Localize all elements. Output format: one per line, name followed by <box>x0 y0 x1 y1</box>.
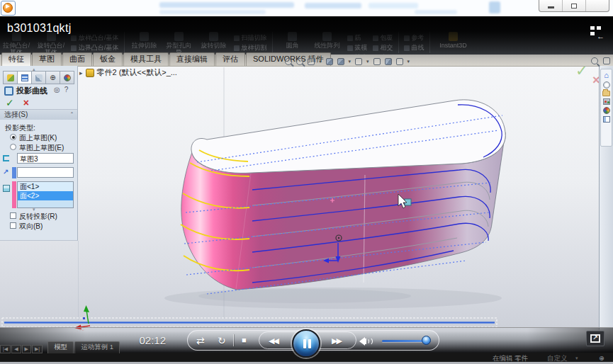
hole-wizard-icon <box>174 32 184 41</box>
previous-view-icon[interactable] <box>308 58 315 65</box>
bidirectional-label[interactable]: 双向(B) <box>19 222 43 232</box>
pin-icon[interactable]: ◎ <box>54 86 60 93</box>
view-orientation-icon[interactable] <box>337 58 344 65</box>
status-dropdown-icon[interactable]: ▾ <box>575 356 578 361</box>
graphics-viewport[interactable] <box>0 66 613 353</box>
player-layout-icon[interactable]: ← <box>590 26 607 40</box>
ribbon-button-swept-cut[interactable]: 扫描切除 <box>234 33 267 42</box>
tab-sketch[interactable]: 草图 <box>32 52 62 66</box>
cancel-button[interactable]: × <box>23 97 29 108</box>
nav-next-icon[interactable]: ▶ <box>22 345 31 353</box>
file-explorer-icon[interactable] <box>602 91 610 96</box>
ribbon-button-instant3d[interactable]: Instant3D <box>435 32 472 49</box>
task-pane-tabs: ⌂ <box>600 69 612 147</box>
ribbon-button-revolved-cut[interactable]: 旋转切除 <box>199 32 229 49</box>
tab-display-manager[interactable] <box>60 71 74 84</box>
flyout-arrow-icon[interactable]: ▸ <box>79 69 83 76</box>
direction-input[interactable] <box>17 167 74 178</box>
ribbon-button-wrap[interactable]: 包覆 <box>373 33 393 42</box>
edit-appearance-icon[interactable] <box>385 58 392 65</box>
tab-surfaces[interactable]: 曲面 <box>62 52 92 66</box>
ribbon-button-intersect[interactable]: 相交 <box>373 43 393 52</box>
bidirectional-checkbox[interactable] <box>10 222 16 229</box>
dropdown-arrow-icon[interactable]: ▾ <box>407 59 410 64</box>
ribbon-button-curves[interactable]: 曲线 <box>404 43 424 52</box>
home-icon[interactable]: ⌂ <box>604 72 609 79</box>
reverse-projection-checkbox[interactable] <box>10 212 16 219</box>
feature-tree-root[interactable]: ▸ 零件2 (默认<<默认>_... <box>79 67 177 78</box>
tab-features[interactable]: 特征 <box>1 52 31 66</box>
section-view-icon[interactable] <box>326 58 333 65</box>
dropdown-arrow-icon[interactable]: ▾ <box>349 59 352 64</box>
video-play-favicon[interactable] <box>1 1 16 16</box>
display-style-icon[interactable] <box>355 58 362 65</box>
sketch-selection-input[interactable]: 草图3 <box>17 153 74 164</box>
tab-mold-tools[interactable]: 模具工具 <box>123 52 169 66</box>
ribbon-button-reference-geometry[interactable]: 参考 <box>404 33 424 42</box>
minimize-button[interactable] <box>539 0 563 11</box>
ribbon-button-boundary-boss[interactable]: 边界凸台/基体 <box>71 43 119 52</box>
nav-prev-icon[interactable]: ◀ <box>11 345 21 353</box>
tab-motion-study[interactable]: 运动算例 1 <box>74 341 120 353</box>
view-settings-icon[interactable] <box>396 58 403 65</box>
radio-sketch-on-faces-label[interactable]: 面上草图(K) <box>19 133 57 143</box>
help-icon[interactable]: ? <box>64 86 69 93</box>
dropdown-arrow-icon[interactable]: ▾ <box>319 59 322 64</box>
fullscreen-arrow-icon: ↗ <box>592 334 598 341</box>
ribbon-button-fillet[interactable]: 圆角 <box>278 32 308 49</box>
face-list-item-selected[interactable]: 面<2> <box>18 191 73 200</box>
restore-button[interactable] <box>563 0 586 11</box>
confirm-ok-icon[interactable]: ✓ <box>575 62 588 79</box>
tab-property-manager[interactable] <box>18 71 32 84</box>
radio-sketch-on-sketch-label[interactable]: 草图上草图(E) <box>19 143 64 153</box>
dropdown-arrow-icon[interactable]: ▾ <box>366 59 369 64</box>
shuffle-button[interactable]: ⇄ <box>196 335 205 346</box>
custom-properties-icon[interactable] <box>603 116 610 123</box>
radio-sketch-on-sketch[interactable] <box>10 144 16 150</box>
reverse-projection-label[interactable]: 反转投影(R) <box>19 212 57 222</box>
tab-configuration-manager[interactable] <box>32 71 46 84</box>
volume-icon[interactable] <box>359 336 373 346</box>
nav-last-icon[interactable]: ▶| <box>32 345 43 353</box>
tab-dimxpert[interactable]: ⊕ <box>46 71 60 84</box>
fast-forward-button[interactable]: ▶▶ <box>332 336 341 346</box>
radio-sketch-on-faces[interactable] <box>10 134 16 140</box>
face-list-item[interactable]: 面<1> <box>18 182 73 191</box>
toolbox-icon[interactable] <box>603 98 610 105</box>
ribbon-button-extruded-cut[interactable]: 拉伸切除 <box>130 32 159 49</box>
search-icon[interactable] <box>591 57 598 64</box>
hide-show-items-icon[interactable] <box>373 58 381 65</box>
design-library-icon[interactable] <box>603 81 610 89</box>
tab-model[interactable]: 模型 <box>47 341 74 353</box>
stop-button[interactable]: ■ <box>242 336 247 344</box>
ribbon-button-rib[interactable]: 筋 <box>347 33 368 42</box>
appearances-icon[interactable] <box>603 107 610 114</box>
ribbon-search-icons <box>591 57 610 64</box>
back-arrow-icon: ← <box>597 33 604 40</box>
tab-sheet-metal[interactable]: 钣金 <box>93 52 123 66</box>
repeat-button[interactable]: ↻ <box>218 335 226 346</box>
nav-first-icon[interactable]: |◀ <box>0 345 11 353</box>
close-button[interactable] <box>586 0 609 11</box>
ribbon-button-linear-pattern[interactable]: 线性阵列 <box>313 32 342 49</box>
ribbon-button-lofted-boss[interactable]: 放样凸台/基体 <box>71 33 119 42</box>
collapse-icon[interactable]: ˆ <box>71 111 73 118</box>
face-selection-list[interactable]: 面<1> 面<2> <box>17 181 74 208</box>
volume-slider-knob[interactable] <box>422 336 431 345</box>
tab-feature-manager[interactable] <box>3 71 18 84</box>
fullscreen-toggle-button[interactable]: ↗ <box>586 331 604 346</box>
tab-evaluate[interactable]: 评估 <box>215 52 245 66</box>
page-blur-decoration <box>369 3 418 8</box>
zoom-fit-icon[interactable] <box>285 58 292 65</box>
tab-direct-editing[interactable]: 直接编辑 <box>169 52 215 66</box>
extruded-cut-icon <box>140 32 149 41</box>
ribbon-button-draft[interactable]: 拔模 <box>347 43 368 52</box>
selection-section-header[interactable]: 选择(S) ˆ <box>0 110 77 120</box>
screen: 拉伸凸台/基体 旋转凸台/基体 放样凸台/基体 边界凸台/基体 拉伸切除 异型孔… <box>0 0 613 364</box>
ok-button[interactable]: ✓ <box>6 97 14 108</box>
rewind-button[interactable]: ◀◀ <box>269 336 278 346</box>
ribbon-button-lofted-cut[interactable]: 放样切割 <box>234 43 267 52</box>
pause-button[interactable] <box>292 329 320 358</box>
filter-icon[interactable] <box>603 57 610 64</box>
zoom-area-icon[interactable] <box>296 58 303 65</box>
